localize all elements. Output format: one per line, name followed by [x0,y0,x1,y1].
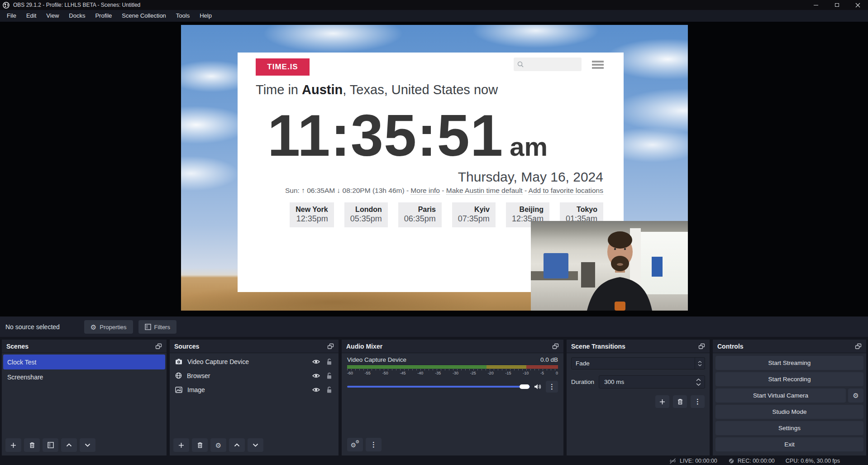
trash-icon [29,442,35,448]
volume-meter [347,365,558,369]
move-source-down-button[interactable] [248,438,263,452]
city-kyiv[interactable]: Kyiv07:35pm [452,202,496,227]
image-icon [175,387,182,393]
maximize-icon [835,3,839,7]
dock-popout-icon[interactable] [155,343,162,350]
filters-button[interactable]: Filters [138,320,176,334]
virtual-camera-config-button[interactable]: ⚙ [848,388,863,403]
minimize-icon [814,5,818,5]
menu-help[interactable]: Help [195,10,217,22]
city-paris[interactable]: Paris06:35pm [398,202,442,227]
properties-button[interactable]: ⚙ Properties [84,320,133,334]
menu-profile[interactable]: Profile [90,10,117,22]
scene-filters-button[interactable] [43,438,58,452]
scenes-panel: Scenes Clock Test Screenshare [2,340,167,455]
maximize-button[interactable] [826,0,847,10]
add-favorite-link[interactable]: Add to favorite locations [529,187,603,195]
dock-popout-icon[interactable] [327,343,334,350]
scene-item-clock-test[interactable]: Clock Test [3,355,165,369]
transitions-panel-title: Scene Transitions [571,343,625,350]
move-scene-up-button[interactable] [61,438,77,452]
start-virtual-camera-button[interactable]: Start Virtual Camera [715,388,846,403]
menu-view[interactable]: View [41,10,64,22]
studio-mode-button[interactable]: Studio Mode [715,405,863,419]
plus-icon [178,442,184,448]
more-info-link[interactable]: More info [410,187,440,195]
docks-area: Scenes Clock Test Screenshare Sources [0,337,868,456]
minimize-button[interactable] [806,0,826,10]
city-london[interactable]: London05:35pm [344,202,388,227]
dock-popout-icon[interactable] [855,343,862,350]
add-source-button[interactable] [173,438,189,452]
scene-canvas[interactable]: TIME.IS Time in Austin, Texas, United St… [181,25,688,311]
camera-icon [175,358,182,365]
make-default-link[interactable]: Make Austin time default [446,187,523,195]
timeis-search-box[interactable] [514,58,582,71]
add-scene-button[interactable] [5,438,21,452]
source-item-browser[interactable]: Browser [170,369,339,383]
heading-city: Austin [302,82,343,97]
preview-area: TIME.IS Time in Austin, Texas, United St… [0,22,868,316]
filter-icon [48,442,54,448]
add-transition-button[interactable] [655,395,669,408]
live-timer: LIVE: 00:00:00 [680,458,717,464]
volume-slider-handle[interactable] [520,384,529,389]
eye-icon[interactable] [312,387,320,393]
dock-popout-icon[interactable] [698,343,705,350]
unlock-icon[interactable] [326,386,332,393]
start-recording-button[interactable]: Start Recording [715,372,863,386]
remove-transition-button[interactable] [673,395,687,408]
speaker-icon[interactable] [534,384,542,390]
unlock-icon[interactable] [326,372,332,379]
menu-scene-collection[interactable]: Scene Collection [117,10,171,22]
controls-panel: Controls Start Streaming Start Recording… [713,340,866,455]
spinner-arrows-icon[interactable] [696,379,701,386]
advanced-audio-button[interactable]: ⚙⚙ [347,438,363,451]
dock-popout-icon[interactable] [552,343,559,350]
source-item-video-capture[interactable]: Video Capture Device [170,355,339,369]
scene-item-screenshare[interactable]: Screenshare [3,369,165,384]
hamburger-menu-icon[interactable] [592,61,604,69]
move-source-up-button[interactable] [229,438,245,452]
gears-icon: ⚙⚙ [351,441,360,449]
exit-button[interactable]: Exit [715,437,863,451]
start-streaming-button[interactable]: Start Streaming [715,356,863,370]
remove-scene-button[interactable] [24,438,40,452]
sun-times: Sun: ↑ 06:35AM ↓ 08:20PM (13h 46m) [285,187,405,194]
menubar: File Edit View Docks Profile Scene Colle… [0,10,868,22]
plus-icon [10,442,16,448]
mixer-channel-menu-button[interactable]: ⋮ [546,381,558,393]
duration-input[interactable]: 300 ms [599,375,705,388]
move-scene-down-button[interactable] [80,438,95,452]
close-button[interactable] [847,0,868,10]
meter-scale: -60-55-50-45-40-35-30-25-20-15-10-50 [347,371,558,375]
menu-file[interactable]: File [2,10,21,22]
source-item-image[interactable]: Image [170,383,339,397]
plus-icon [659,399,665,405]
eye-icon[interactable] [312,359,320,364]
mixer-channel-name: Video Capture Device [347,356,406,363]
mixer-menu-button[interactable]: ⋮ [366,438,382,451]
stream-inactive-icon [669,458,677,464]
transition-menu-button[interactable]: ⋮ [691,395,705,408]
transition-selected-value: Fade [576,360,590,367]
search-icon [517,61,524,68]
unlock-icon[interactable] [326,358,332,365]
city-new-york[interactable]: New York12:35pm [290,202,334,227]
scenes-panel-title: Scenes [6,343,29,350]
remove-source-button[interactable] [192,438,208,452]
eye-icon[interactable] [312,373,320,379]
window-title: OBS 29.1.2 - Profile: LLHLS BETA - Scene… [13,2,140,8]
transition-select[interactable]: Fade [571,357,705,369]
audio-mixer-title: Audio Mixer [346,343,382,350]
menu-tools[interactable]: Tools [171,10,195,22]
titlebar: OBS 29.1.2 - Profile: LLHLS BETA - Scene… [0,0,868,10]
source-properties-button[interactable]: ⚙ [210,438,226,452]
settings-button[interactable]: Settings [715,421,863,435]
volume-slider[interactable] [347,386,530,388]
menu-docks[interactable]: Docks [64,10,90,22]
duration-value: 300 ms [604,379,624,385]
chevron-down-icon [85,443,91,447]
heading-suffix: , Texas, United States now [343,82,498,97]
menu-edit[interactable]: Edit [21,10,41,22]
